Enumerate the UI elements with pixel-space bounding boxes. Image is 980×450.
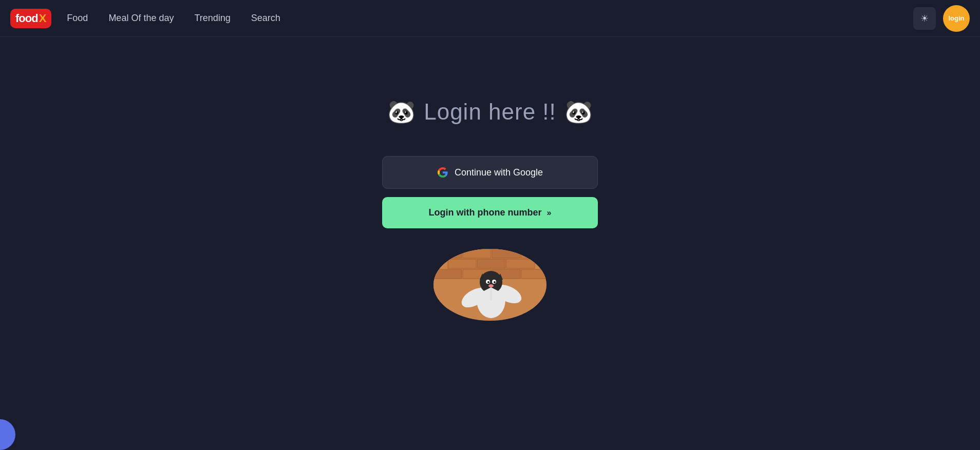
- nav-links: Food Meal Of the day Trending Search: [67, 13, 913, 24]
- svg-rect-7: [506, 259, 535, 268]
- svg-rect-2: [463, 249, 491, 258]
- logo-x-text: X: [39, 12, 47, 25]
- svg-rect-3: [492, 249, 520, 258]
- panda-left-icon: 🐼: [387, 99, 416, 125]
- nav-right: ☀ login: [913, 5, 970, 32]
- panda-right-icon: 🐼: [564, 99, 593, 125]
- svg-rect-5: [448, 259, 476, 268]
- svg-rect-8: [434, 269, 462, 279]
- bottom-partial-circle: [0, 419, 15, 450]
- svg-rect-6: [477, 259, 505, 268]
- google-login-button[interactable]: Continue with Google: [382, 156, 598, 189]
- cat-image: [434, 249, 546, 321]
- nav-link-search[interactable]: Search: [251, 13, 280, 24]
- svg-point-20: [487, 281, 489, 283]
- logo[interactable]: food X: [10, 9, 51, 28]
- phone-button-label: Login with phone number: [429, 207, 542, 218]
- login-avatar-label: login: [948, 14, 964, 22]
- login-avatar-button[interactable]: login: [943, 5, 970, 32]
- main-content: 🐼 Login here !! 🐼 Continue with Google L…: [0, 37, 980, 321]
- login-buttons-container: Continue with Google Login with phone nu…: [382, 156, 598, 228]
- svg-rect-1: [434, 249, 462, 258]
- svg-point-22: [488, 284, 494, 287]
- cat-karate-svg: [434, 249, 546, 321]
- google-icon: [437, 167, 448, 178]
- svg-rect-11: [521, 269, 546, 279]
- logo-food-text: food: [15, 12, 38, 25]
- google-button-label: Continue with Google: [455, 167, 543, 178]
- svg-rect-4: [521, 249, 546, 258]
- login-title: 🐼 Login here !! 🐼: [387, 99, 593, 125]
- phone-login-button[interactable]: Login with phone number »: [382, 197, 598, 228]
- nav-link-food[interactable]: Food: [67, 13, 88, 24]
- theme-toggle-button[interactable]: ☀: [913, 7, 936, 30]
- logo-box: food X: [10, 9, 51, 28]
- sun-icon: ☀: [920, 13, 929, 24]
- svg-point-21: [494, 281, 496, 283]
- nav-link-trending[interactable]: Trending: [194, 13, 230, 24]
- nav-link-meal-of-the-day[interactable]: Meal Of the day: [108, 13, 174, 24]
- navbar: food X Food Meal Of the day Trending Sea…: [0, 0, 980, 37]
- chevron-double-icon: »: [547, 208, 552, 218]
- login-title-text: Login here !!: [424, 99, 556, 125]
